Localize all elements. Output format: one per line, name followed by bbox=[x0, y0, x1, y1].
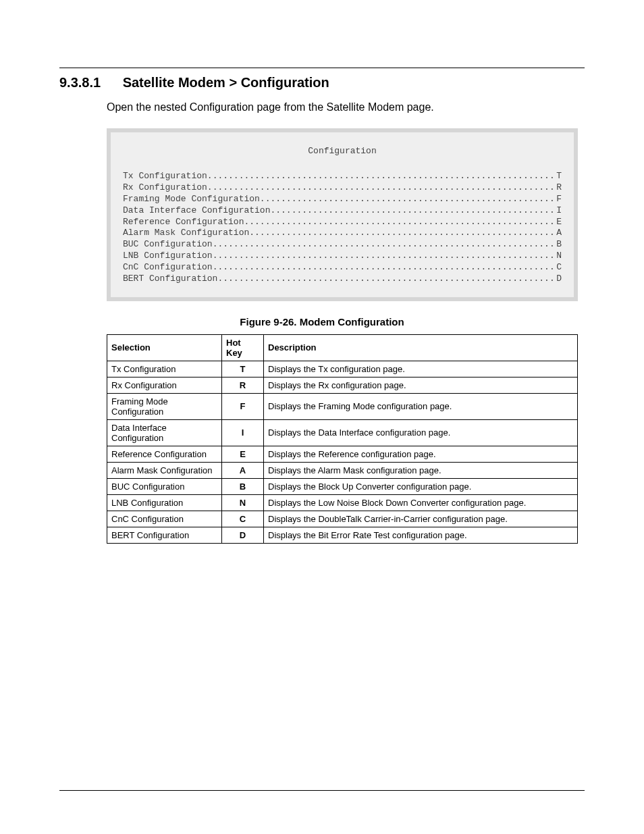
cell-description: Displays the Bit Error Rate Test configu… bbox=[264, 527, 578, 543]
terminal-menu-hotkey: C bbox=[556, 262, 562, 273]
terminal-menu-item: LNB Configuration.......................… bbox=[123, 251, 562, 262]
table-row: Data Interface ConfigurationIDisplays th… bbox=[107, 419, 578, 446]
cell-description: Displays the Block Up Converter configur… bbox=[264, 478, 578, 494]
terminal-menu-label: CnC Configuration bbox=[123, 262, 213, 273]
terminal-menu-label: BUC Configuration bbox=[123, 239, 213, 251]
cell-hotkey: E bbox=[222, 446, 264, 462]
config-table-wrapper: Selection Hot Key Description Tx Configu… bbox=[107, 334, 578, 544]
table-row: BUC ConfigurationBDisplays the Block Up … bbox=[107, 478, 578, 494]
leader-dots: ........................................… bbox=[244, 217, 556, 228]
terminal-menu-label: Tx Configuration bbox=[123, 171, 207, 182]
terminal-menu-list: Tx Configuration........................… bbox=[123, 171, 562, 285]
cell-hotkey: T bbox=[222, 361, 264, 377]
leader-dots: ........................................… bbox=[260, 194, 556, 205]
terminal-menu-hotkey: F bbox=[556, 194, 562, 205]
cell-hotkey: C bbox=[222, 511, 264, 527]
cell-hotkey: I bbox=[222, 419, 264, 446]
cell-selection: LNB Configuration bbox=[107, 494, 222, 511]
table-row: BERT ConfigurationDDisplays the Bit Erro… bbox=[107, 527, 578, 543]
table-row: Alarm Mask ConfigurationADisplays the Al… bbox=[107, 462, 578, 478]
leader-dots: ........................................… bbox=[213, 262, 557, 273]
footer-rule bbox=[59, 790, 585, 791]
top-rule bbox=[59, 68, 585, 68]
cell-description: Displays the Framing Mode configuration … bbox=[264, 393, 578, 419]
terminal-menu-label: BERT Configuration bbox=[123, 273, 217, 285]
th-description: Description bbox=[264, 334, 578, 361]
cell-hotkey: N bbox=[222, 494, 264, 511]
cell-description: Displays the Reference configuration pag… bbox=[264, 446, 578, 462]
cell-hotkey: R bbox=[222, 377, 264, 393]
cell-description: Displays the Rx configuration page. bbox=[264, 377, 578, 393]
terminal-menu-label: LNB Configuration bbox=[123, 251, 213, 262]
terminal-menu-item: Tx Configuration........................… bbox=[123, 171, 562, 182]
table-header-row: Selection Hot Key Description bbox=[107, 334, 578, 361]
table-row: Reference ConfigurationEDisplays the Ref… bbox=[107, 446, 578, 462]
terminal-menu-item: BUC Configuration.......................… bbox=[123, 239, 562, 251]
leader-dots: ........................................… bbox=[217, 273, 556, 285]
terminal-menu-hotkey: E bbox=[556, 217, 562, 228]
terminal-menu-hotkey: T bbox=[556, 171, 562, 182]
cell-description: Displays the Low Noise Block Down Conver… bbox=[264, 494, 578, 511]
leader-dots: ........................................… bbox=[249, 228, 556, 239]
terminal-menu-item: Reference Configuration.................… bbox=[123, 217, 562, 228]
cell-selection: Framing Mode Configuration bbox=[107, 393, 222, 419]
terminal-menu-item: Framing Mode Configuration..............… bbox=[123, 194, 562, 205]
terminal-menu-item: Data Interface Configuration............… bbox=[123, 205, 562, 217]
cell-selection: Reference Configuration bbox=[107, 446, 222, 462]
leader-dots: ........................................… bbox=[207, 171, 556, 182]
cell-description: Displays the DoubleTalk Carrier-in-Carri… bbox=[264, 511, 578, 527]
terminal-menu-label: Framing Mode Configuration bbox=[123, 194, 260, 205]
terminal-menu-hotkey: N bbox=[556, 251, 562, 262]
table-row: CnC ConfigurationCDisplays the DoubleTal… bbox=[107, 511, 578, 527]
th-selection: Selection bbox=[107, 334, 222, 361]
terminal-menu-hotkey: D bbox=[556, 273, 562, 285]
leader-dots: ........................................… bbox=[207, 182, 556, 194]
intro-text: Open the nested Configuration page from … bbox=[107, 101, 585, 113]
section-heading: 9.3.8.1 Satellite Modem > Configuration bbox=[59, 75, 585, 90]
cell-selection: BUC Configuration bbox=[107, 478, 222, 494]
table-row: Framing Mode ConfigurationFDisplays the … bbox=[107, 393, 578, 419]
table-row: LNB ConfigurationNDisplays the Low Noise… bbox=[107, 494, 578, 511]
terminal-screenshot: Configuration Tx Configuration..........… bbox=[107, 128, 578, 301]
terminal-menu-item: Alarm Mask Configuration................… bbox=[123, 228, 562, 239]
cell-hotkey: F bbox=[222, 393, 264, 419]
figure-caption: Figure 9-26. Modem Configuration bbox=[59, 316, 585, 328]
cell-selection: Alarm Mask Configuration bbox=[107, 462, 222, 478]
terminal-menu-label: Reference Configuration bbox=[123, 217, 244, 228]
terminal-menu-hotkey: A bbox=[556, 228, 562, 239]
terminal-title: Configuration bbox=[123, 146, 562, 156]
cell-selection: BERT Configuration bbox=[107, 527, 222, 543]
cell-description: Displays the Alarm Mask configuration pa… bbox=[264, 462, 578, 478]
terminal-menu-hotkey: I bbox=[556, 205, 562, 217]
cell-hotkey: B bbox=[222, 478, 264, 494]
cell-hotkey: D bbox=[222, 527, 264, 543]
cell-selection: Tx Configuration bbox=[107, 361, 222, 377]
terminal-menu-label: Alarm Mask Configuration bbox=[123, 228, 249, 239]
section-number: 9.3.8.1 bbox=[59, 75, 101, 90]
cell-selection: Rx Configuration bbox=[107, 377, 222, 393]
section-title: Satellite Modem > Configuration bbox=[123, 75, 329, 90]
document-page: 9.3.8.1 Satellite Modem > Configuration … bbox=[0, 0, 644, 584]
terminal-menu-hotkey: B bbox=[556, 239, 562, 251]
terminal-menu-label: Rx Configuration bbox=[123, 182, 207, 194]
cell-description: Displays the Tx configuration page. bbox=[264, 361, 578, 377]
cell-selection: CnC Configuration bbox=[107, 511, 222, 527]
th-hotkey: Hot Key bbox=[222, 334, 264, 361]
leader-dots: ........................................… bbox=[270, 205, 556, 217]
terminal-menu-item: CnC Configuration.......................… bbox=[123, 262, 562, 273]
terminal-menu-item: BERT Configuration......................… bbox=[123, 273, 562, 285]
cell-selection: Data Interface Configuration bbox=[107, 419, 222, 446]
table-row: Rx ConfigurationRDisplays the Rx configu… bbox=[107, 377, 578, 393]
table-row: Tx ConfigurationTDisplays the Tx configu… bbox=[107, 361, 578, 377]
table-body: Tx ConfigurationTDisplays the Tx configu… bbox=[107, 361, 578, 543]
terminal-menu-label: Data Interface Configuration bbox=[123, 205, 270, 217]
config-table: Selection Hot Key Description Tx Configu… bbox=[107, 334, 578, 544]
leader-dots: ........................................… bbox=[213, 251, 557, 262]
terminal-menu-item: Rx Configuration........................… bbox=[123, 182, 562, 194]
terminal-menu-hotkey: R bbox=[556, 182, 562, 194]
cell-description: Displays the Data Interface configuratio… bbox=[264, 419, 578, 446]
leader-dots: ........................................… bbox=[213, 239, 557, 251]
cell-hotkey: A bbox=[222, 462, 264, 478]
